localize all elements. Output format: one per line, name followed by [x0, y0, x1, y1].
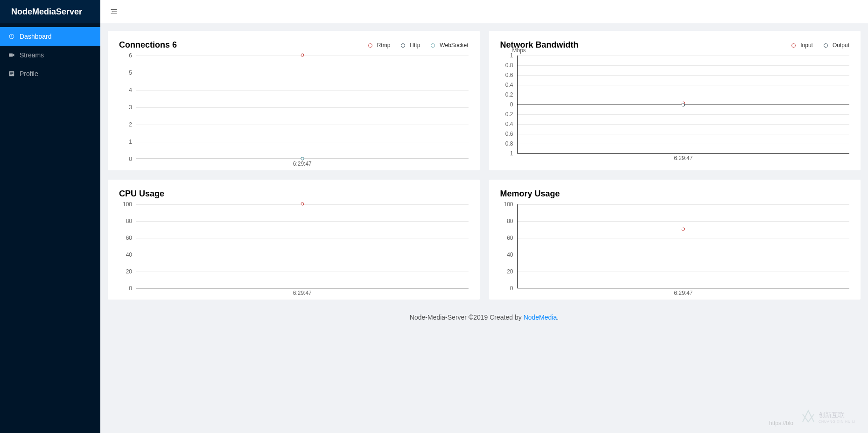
y-tick-label: 80	[126, 218, 132, 224]
chart-card-connections: Connections 6RtmpHttpWebSocket01234566:2…	[108, 31, 480, 170]
legend-label: Http	[410, 42, 420, 49]
grid-line	[518, 65, 850, 66]
chart-title: Connections 6	[119, 40, 177, 50]
grid-line	[518, 124, 850, 125]
y-tick-label: 100	[123, 201, 132, 208]
chart-area: Mbps10.80.60.40.200.20.40.60.816:29:47	[517, 56, 850, 154]
y-tick-label: 3	[129, 104, 132, 111]
x-tick-label: 6:29:47	[293, 290, 312, 296]
grid-line	[518, 134, 850, 134]
sidebar-menu: Dashboard Streams Profile	[0, 27, 100, 83]
grid-line	[518, 255, 850, 255]
legend-item[interactable]: Output	[820, 42, 849, 49]
chart-title: Memory Usage	[500, 189, 560, 199]
grid-line	[136, 288, 469, 289]
legend-marker-icon	[788, 43, 798, 48]
data-point[interactable]	[301, 54, 304, 57]
profile-icon	[8, 70, 15, 77]
y-tick-label: 0.4	[505, 121, 513, 127]
y-tick-label: 0.6	[505, 72, 513, 78]
legend-marker-icon	[398, 43, 408, 48]
legend-label: Input	[800, 42, 813, 49]
y-tick-label: 1	[129, 139, 132, 145]
y-tick-label: 0.4	[505, 82, 513, 88]
legend-marker-icon	[820, 43, 831, 48]
y-tick-label: 2	[129, 121, 132, 128]
grid-line	[136, 142, 469, 142]
sidebar-item-label: Dashboard	[20, 33, 52, 40]
sidebar-item-label: Profile	[20, 70, 38, 77]
chart-card-cpu: CPU Usage0204060801006:29:47	[108, 180, 480, 300]
y-tick-label: 0.8	[505, 140, 513, 147]
chart-card-bandwidth: Network BandwidthInputOutputMbps10.80.60…	[489, 31, 861, 170]
x-tick-label: 6:29:47	[674, 290, 693, 296]
sidebar-item-streams[interactable]: Streams	[0, 46, 100, 64]
y-axis-ticks: 020406080100	[119, 204, 134, 280]
chart-unit-label: Mbps	[512, 47, 526, 54]
plot-region: 6:29:47	[136, 204, 469, 288]
footer: Node-Media-Server ©2019 Created by NodeM…	[108, 314, 861, 330]
grid-line	[518, 85, 850, 85]
y-tick-label: 40	[126, 251, 132, 258]
y-tick-label: 20	[507, 268, 513, 275]
data-point[interactable]	[301, 157, 304, 161]
x-tick-label: 6:29:47	[293, 161, 312, 167]
grid-line	[136, 221, 469, 222]
grid-line	[518, 221, 850, 222]
y-tick-label: 0	[510, 285, 513, 292]
chart-title: CPU Usage	[119, 189, 164, 199]
y-tick-label: 60	[126, 235, 132, 241]
legend-marker-icon	[365, 43, 375, 48]
grid-line	[136, 255, 469, 255]
topbar	[100, 0, 868, 23]
grid-line	[518, 154, 850, 154]
video-icon	[8, 52, 15, 58]
data-point[interactable]	[682, 228, 685, 231]
sidebar-item-profile[interactable]: Profile	[0, 64, 100, 83]
grid-line	[136, 272, 469, 272]
plot-region: 6:29:47	[136, 56, 469, 159]
chart-area: 01234566:29:47	[136, 56, 469, 159]
legend-item[interactable]: Rtmp	[365, 42, 391, 49]
legend-item[interactable]: WebSocket	[427, 42, 468, 49]
content: Connections 6RtmpHttpWebSocket01234566:2…	[100, 23, 868, 433]
dashboard-grid: Connections 6RtmpHttpWebSocket01234566:2…	[108, 31, 861, 300]
grid-line	[518, 238, 850, 238]
chart-area: 0204060801006:29:47	[517, 204, 850, 288]
y-tick-label: 0	[129, 285, 132, 292]
app-title: NodeMediaServer	[0, 0, 100, 23]
y-tick-label: 5	[129, 70, 132, 76]
grid-line	[518, 75, 850, 76]
y-tick-label: 0	[129, 156, 132, 162]
y-tick-label: 20	[126, 268, 132, 275]
chart-area: 0204060801006:29:47	[136, 204, 469, 288]
y-tick-label: 4	[129, 87, 132, 93]
chart-legend: RtmpHttpWebSocket	[365, 42, 469, 49]
chart-card-memory: Memory Usage0204060801006:29:47	[489, 180, 861, 300]
sidebar-item-dashboard[interactable]: Dashboard	[0, 27, 100, 46]
plot-region: 6:29:47	[517, 56, 850, 154]
legend-item[interactable]: Http	[398, 42, 420, 49]
grid-line	[518, 114, 850, 115]
y-tick-label: 60	[507, 235, 513, 241]
y-tick-label: 100	[504, 201, 513, 208]
x-tick-label: 6:29:47	[674, 155, 693, 161]
grid-line	[136, 73, 469, 73]
y-tick-label: 6	[129, 52, 132, 59]
grid-line	[518, 56, 850, 56]
legend-item[interactable]: Input	[788, 42, 813, 49]
y-tick-label: 1	[510, 150, 513, 157]
data-point[interactable]	[682, 104, 685, 107]
y-axis-ticks: 10.80.60.40.200.20.40.60.81	[500, 56, 515, 145]
menu-fold-icon[interactable]	[110, 7, 118, 16]
y-axis-ticks: 020406080100	[500, 204, 515, 280]
footer-link[interactable]: NodeMedia	[524, 314, 557, 321]
grid-line	[518, 288, 850, 289]
data-point[interactable]	[301, 203, 304, 206]
y-tick-label: 1	[510, 52, 513, 59]
grid-line	[518, 95, 850, 95]
plot-region: 6:29:47	[517, 204, 850, 288]
y-tick-label: 40	[507, 251, 513, 258]
chart-legend: InputOutput	[788, 42, 849, 49]
sidebar-item-label: Streams	[20, 51, 44, 59]
